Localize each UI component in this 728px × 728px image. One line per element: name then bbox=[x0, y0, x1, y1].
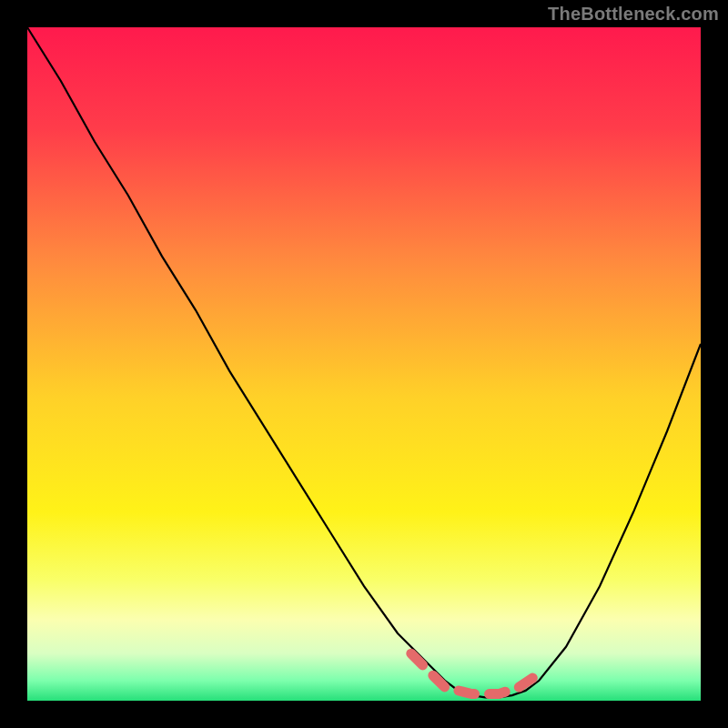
plot-area bbox=[27, 27, 701, 701]
chart-frame: TheBottleneck.com bbox=[0, 0, 728, 728]
chart-svg bbox=[0, 0, 728, 728]
